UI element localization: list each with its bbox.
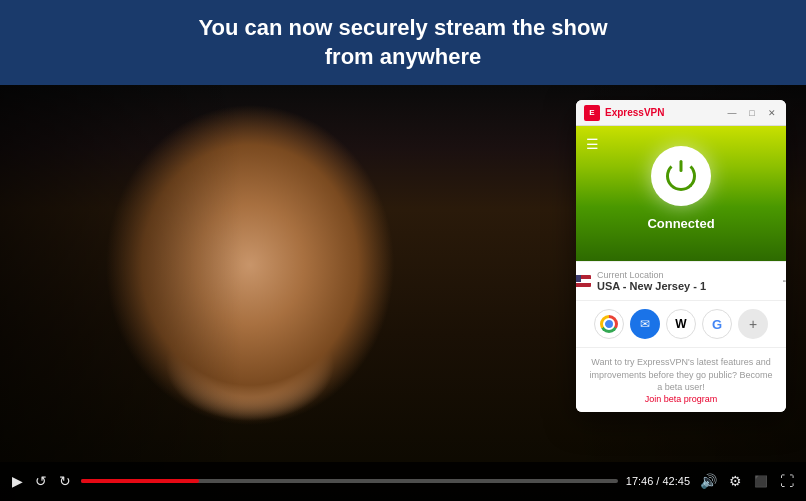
video-controls-right: 🔊 ⚙ ⬛ ⛶	[698, 471, 796, 491]
vpn-titlebar: E ExpressVPN — □ ✕	[576, 100, 786, 126]
usa-flag-icon	[576, 275, 591, 287]
video-player: E ExpressVPN — □ ✕ ☰ Connected Current L…	[0, 85, 806, 500]
vpn-logo-area: E ExpressVPN	[584, 105, 726, 121]
rewind-button[interactable]: ↺	[33, 471, 49, 491]
vpn-location-more-button[interactable]: ···	[782, 272, 786, 290]
vpn-shortcut-chrome[interactable]	[594, 309, 624, 339]
vpn-minimize-button[interactable]: —	[726, 107, 738, 119]
vpn-close-button[interactable]: ✕	[766, 107, 778, 119]
vpn-location-name: USA - New Jersey - 1	[597, 280, 776, 292]
vpn-shortcut-wikipedia[interactable]: W	[666, 309, 696, 339]
vpn-status-text: Connected	[591, 216, 771, 231]
vpn-hamburger-icon[interactable]: ☰	[586, 136, 599, 152]
vpn-shortcut-add[interactable]: +	[738, 309, 768, 339]
header-banner: You can now securely stream the show fro…	[0, 0, 806, 85]
vpn-location-label: Current Location	[597, 270, 776, 280]
video-time-current: 17:46	[626, 475, 654, 487]
power-icon	[666, 161, 696, 191]
vpn-power-button[interactable]	[651, 146, 711, 206]
video-progress-bar[interactable]	[81, 479, 618, 483]
expressvpn-icon: E	[584, 105, 600, 121]
fast-forward-button[interactable]: ↻	[57, 471, 73, 491]
cast-button[interactable]: ⬛	[752, 473, 770, 490]
play-pause-button[interactable]: ▶	[10, 471, 25, 491]
vpn-shortcut-mail[interactable]: ✉	[630, 309, 660, 339]
vpn-shortcut-google[interactable]: G	[702, 309, 732, 339]
vpn-footer-description: Want to try ExpressVPN's latest features…	[588, 356, 774, 394]
vpn-body: ☰ Connected	[576, 126, 786, 261]
expressvpn-window: E ExpressVPN — □ ✕ ☰ Connected Current L…	[576, 100, 786, 412]
vpn-maximize-button[interactable]: □	[746, 107, 758, 119]
vpn-location-section[interactable]: Current Location USA - New Jersey - 1 ··…	[576, 261, 786, 300]
vpn-window-controls: — □ ✕	[726, 107, 778, 119]
vpn-location-info: Current Location USA - New Jersey - 1	[597, 270, 776, 292]
video-progress-fill	[81, 479, 199, 483]
vpn-beta-link[interactable]: Join beta program	[588, 394, 774, 404]
volume-button[interactable]: 🔊	[698, 471, 719, 491]
vpn-shortcuts-bar: ✉ W G +	[576, 300, 786, 347]
header-text-line1: You can now securely stream the show	[198, 15, 607, 40]
fullscreen-button[interactable]: ⛶	[778, 471, 796, 491]
chrome-icon	[600, 315, 618, 333]
settings-button[interactable]: ⚙	[727, 471, 744, 491]
video-time-display: 17:46 / 42:45	[626, 475, 690, 487]
video-controls-bar: ▶ ↺ ↻ 17:46 / 42:45 🔊 ⚙ ⬛ ⛶	[0, 462, 806, 500]
vpn-title-text: ExpressVPN	[605, 107, 664, 118]
vpn-footer: Want to try ExpressVPN's latest features…	[576, 347, 786, 412]
header-text-line2: from anywhere	[325, 44, 482, 69]
video-time-total: 42:45	[662, 475, 690, 487]
